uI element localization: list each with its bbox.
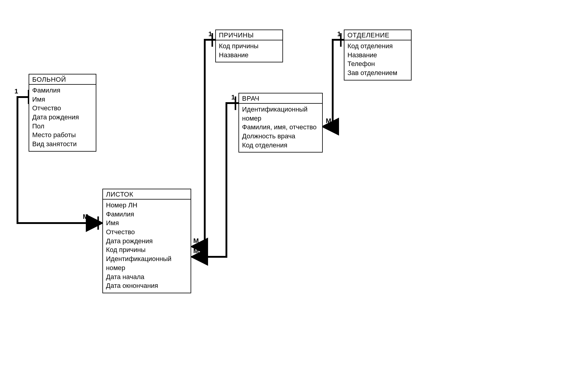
attr: Код отделения bbox=[347, 42, 408, 51]
entity-patient: БОЛЬНОЙ Фамилия Имя Отчество Дата рожден… bbox=[29, 74, 96, 152]
card-doctor-one: 1 bbox=[231, 93, 235, 101]
attr: Номер ЛН bbox=[106, 201, 188, 210]
entity-department: ОТДЕЛЕНИЕ Код отделения Название Телефон… bbox=[344, 30, 412, 80]
attr: Имя bbox=[106, 219, 188, 228]
attr: Фамилия, имя, отчество bbox=[242, 123, 319, 132]
attr: Идентификационный номер bbox=[242, 105, 319, 123]
attr: Зав отделением bbox=[347, 68, 408, 77]
attr: Пол bbox=[32, 122, 93, 131]
connectors bbox=[0, 0, 588, 378]
entity-sheet: ЛИСТОК Номер ЛН Фамилия Имя Отчество Дат… bbox=[102, 189, 191, 293]
entity-patient-attrs: Фамилия Имя Отчество Дата рождения Пол М… bbox=[29, 85, 96, 151]
entity-reasons-title: ПРИЧИНЫ bbox=[216, 30, 282, 40]
attr: Дата рождения bbox=[32, 113, 93, 122]
card-department-one: 1 bbox=[337, 30, 341, 38]
card-patient-one: 1 bbox=[14, 87, 18, 95]
entity-sheet-attrs: Номер ЛН Фамилия Имя Отчество Дата рожде… bbox=[103, 200, 191, 293]
card-sheet-from-reasons-many: М bbox=[193, 237, 199, 245]
attr: Код отделения bbox=[242, 141, 319, 150]
card-doctor-from-department-many: М bbox=[326, 117, 331, 125]
entity-doctor: ВРАЧ Идентификационный номер Фамилия, им… bbox=[238, 93, 323, 153]
card-reasons-one: 1 bbox=[208, 30, 212, 38]
attr: Код причины bbox=[219, 42, 279, 51]
attr: Должность врача bbox=[242, 132, 319, 141]
attr: Вид занятости bbox=[32, 140, 93, 149]
attr: Код причины bbox=[106, 245, 188, 254]
entity-sheet-title: ЛИСТОК bbox=[103, 189, 191, 200]
attr: Имя bbox=[32, 95, 93, 104]
attr: Идентификационный номер bbox=[106, 254, 188, 272]
attr: Фамилия bbox=[32, 86, 93, 95]
attr: Дата рождения bbox=[106, 237, 188, 246]
entity-doctor-title: ВРАЧ bbox=[239, 93, 322, 104]
er-diagram-canvas: БОЛЬНОЙ Фамилия Имя Отчество Дата рожден… bbox=[0, 0, 588, 378]
entity-patient-title: БОЛЬНОЙ bbox=[29, 74, 96, 85]
card-sheet-from-patient-many: М bbox=[83, 213, 88, 221]
attr: Фамилия bbox=[106, 210, 188, 219]
attr: Название bbox=[347, 51, 408, 60]
attr: Название bbox=[219, 51, 279, 60]
attr: Отчество bbox=[32, 104, 93, 113]
attr: Дата окнончания bbox=[106, 281, 188, 290]
entity-department-title: ОТДЕЛЕНИЕ bbox=[344, 30, 411, 40]
attr: Место работы bbox=[32, 131, 93, 140]
attr: Телефон bbox=[347, 59, 408, 68]
entity-reasons-attrs: Код причины Название bbox=[216, 40, 282, 62]
entity-reasons: ПРИЧИНЫ Код причины Название bbox=[215, 30, 283, 62]
entity-department-attrs: Код отделения Название Телефон Зав отдел… bbox=[344, 40, 411, 80]
attr: Отчество bbox=[106, 228, 188, 237]
attr: Дата начала bbox=[106, 272, 188, 282]
entity-doctor-attrs: Идентификационный номер Фамилия, имя, от… bbox=[239, 104, 322, 152]
card-sheet-from-doctor-many: М bbox=[193, 247, 199, 255]
